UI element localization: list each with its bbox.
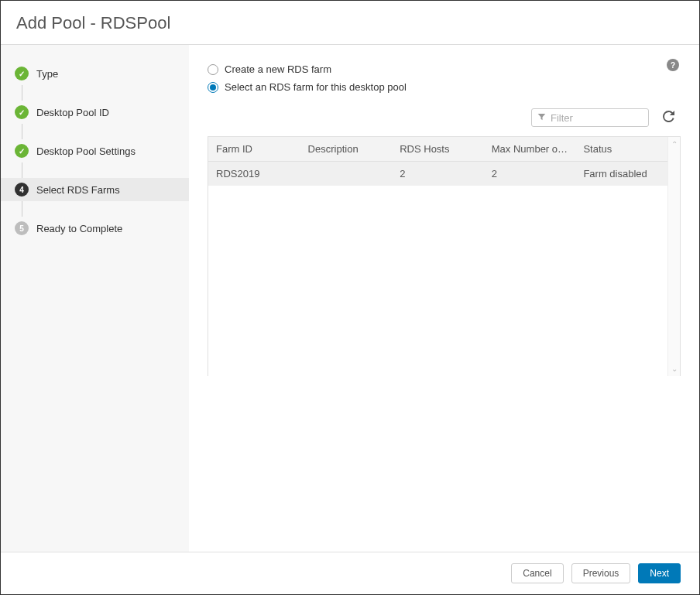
step-desktop-pool-settings[interactable]: ✓ Desktop Pool Settings (1, 139, 189, 162)
cancel-button[interactable]: Cancel (511, 563, 563, 583)
radio-create-new-farm[interactable]: Create a new RDS farm (208, 60, 681, 78)
col-max-conn[interactable]: Max Number of Co... (484, 137, 576, 162)
dialog-header: Add Pool - RDSPool (1, 1, 699, 45)
col-farm-id[interactable]: Farm ID (208, 137, 300, 162)
dialog-title: Add Pool - RDSPool (16, 13, 684, 33)
funnel-icon (537, 113, 546, 123)
table-toolbar (208, 108, 681, 127)
radio-label: Create a new RDS farm (225, 63, 331, 75)
radio-icon (208, 64, 218, 75)
col-rds-hosts[interactable]: RDS Hosts (392, 137, 484, 162)
farm-choice-group: Create a new RDS farm Select an RDS farm… (208, 60, 681, 96)
table-row[interactable]: RDS2019 2 2 Farm disabled (208, 162, 667, 186)
col-description[interactable]: Description (300, 137, 393, 162)
main-panel: ? Create a new RDS farm Select an RDS fa… (189, 45, 699, 552)
step-label: Select RDS Farms (36, 184, 120, 196)
next-button[interactable]: Next (638, 563, 681, 583)
checkmark-icon: ✓ (15, 105, 29, 119)
scroll-down-icon: ⌄ (671, 364, 678, 373)
dialog-footer: Cancel Previous Next (1, 552, 699, 594)
step-number-icon: 4 (15, 183, 29, 197)
wizard-steps-sidebar: ✓ Type ✓ Desktop Pool ID ✓ Desktop Pool … (1, 45, 189, 552)
scrollbar[interactable]: ⌃ ⌄ (667, 137, 680, 376)
step-number-icon: 5 (15, 221, 29, 235)
previous-button[interactable]: Previous (571, 563, 631, 583)
step-label: Type (36, 68, 58, 80)
step-connector (22, 85, 189, 101)
checkmark-icon: ✓ (15, 67, 29, 80)
refresh-icon (663, 111, 674, 125)
radio-label: Select an RDS farm for this desktop pool (225, 81, 407, 93)
filter-wrap (531, 108, 649, 127)
refresh-button[interactable] (660, 109, 678, 126)
radio-select-existing-farm[interactable]: Select an RDS farm for this desktop pool (208, 78, 681, 96)
table-scroll[interactable]: Farm ID Description RDS Hosts Max Number… (208, 137, 667, 376)
step-desktop-pool-id[interactable]: ✓ Desktop Pool ID (1, 101, 189, 124)
cell-farm-id: RDS2019 (208, 162, 300, 186)
cell-max-conn: 2 (484, 162, 576, 186)
farms-table-wrap: Farm ID Description RDS Hosts Max Number… (208, 136, 681, 376)
step-ready-to-complete[interactable]: 5 Ready to Complete (1, 217, 189, 240)
cell-description (300, 162, 393, 186)
table-header-row: Farm ID Description RDS Hosts Max Number… (208, 137, 667, 162)
step-label: Desktop Pool Settings (36, 145, 136, 157)
cell-rds-hosts: 2 (392, 162, 484, 186)
step-connector (22, 162, 189, 178)
step-label: Ready to Complete (36, 223, 122, 234)
filter-input[interactable] (531, 108, 649, 127)
checkmark-icon: ✓ (15, 144, 29, 158)
cell-status: Farm disabled (575, 162, 667, 186)
step-connector (22, 124, 189, 139)
add-pool-dialog: Add Pool - RDSPool ✓ Type ✓ Desktop Pool… (0, 0, 700, 595)
step-type[interactable]: ✓ Type (1, 62, 189, 85)
radio-icon (208, 82, 218, 93)
step-select-rds-farms[interactable]: 4 Select RDS Farms (1, 178, 189, 201)
step-label: Desktop Pool ID (36, 107, 109, 118)
help-icon[interactable]: ? (667, 59, 679, 71)
scroll-up-icon: ⌃ (671, 140, 678, 149)
farms-table: Farm ID Description RDS Hosts Max Number… (208, 137, 667, 186)
col-status[interactable]: Status (575, 137, 667, 162)
dialog-body: ✓ Type ✓ Desktop Pool ID ✓ Desktop Pool … (1, 45, 699, 552)
step-connector (22, 201, 189, 217)
